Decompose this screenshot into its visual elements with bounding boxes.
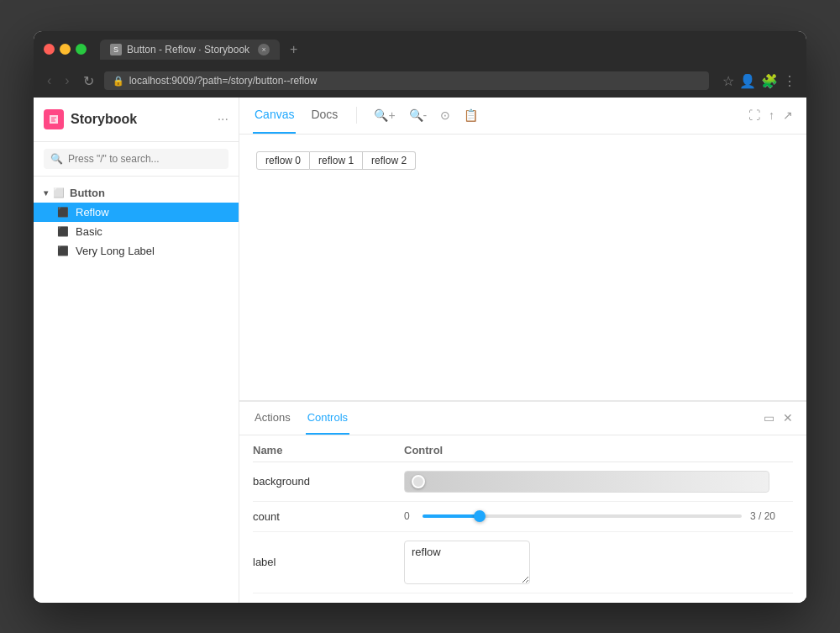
expand-icon: ▾ bbox=[44, 188, 48, 198]
sidebar-menu-button[interactable]: ··· bbox=[218, 112, 228, 127]
bookmark-icon[interactable]: ☆ bbox=[722, 73, 734, 89]
text-control-label[interactable] bbox=[404, 541, 530, 584]
save-icon[interactable]: 📋 bbox=[464, 108, 478, 122]
toolbar-tabs: Canvas Docs 🔍+ 🔍- ⊙ 📋 bbox=[253, 98, 478, 135]
control-row-label: label bbox=[253, 532, 793, 593]
bottom-tabs: Actions Controls bbox=[253, 401, 349, 435]
story-button-reflow-1[interactable]: reflow 1 bbox=[310, 151, 363, 170]
bottom-panel: Actions Controls ▭ ✕ bbox=[239, 401, 806, 603]
bottom-panel-toolbar: Actions Controls ▭ ✕ bbox=[239, 402, 806, 435]
sidebar-header: Storybook ··· bbox=[34, 98, 239, 142]
open-new-icon[interactable]: ↗ bbox=[783, 108, 793, 122]
slider-fill bbox=[423, 514, 480, 518]
zoom-reset-icon[interactable]: ⊙ bbox=[440, 108, 450, 122]
share-icon[interactable]: ↑ bbox=[769, 108, 774, 122]
lock-icon: 🔒 bbox=[113, 76, 124, 87]
canvas-area: reflow 0 reflow 1 reflow 2 bbox=[239, 135, 806, 401]
sidebar-item-button-label: Button bbox=[70, 187, 105, 199]
header-name: Name bbox=[253, 444, 404, 456]
zoom-out-icon[interactable]: 🔍- bbox=[409, 108, 428, 122]
logo-icon bbox=[44, 109, 64, 129]
traffic-light-fullscreen[interactable] bbox=[76, 44, 87, 55]
control-value-label[interactable] bbox=[404, 541, 793, 584]
sidebar-item-basic[interactable]: ⬛ Basic bbox=[34, 222, 239, 241]
traffic-light-close[interactable] bbox=[44, 44, 55, 55]
menu-icon[interactable]: ⋮ bbox=[783, 73, 796, 89]
control-name-background: background bbox=[253, 475, 404, 488]
sidebar-item-very-long-label[interactable]: ⬛ Very Long Label bbox=[34, 241, 239, 261]
address-bar[interactable]: 🔒 localhost:9009/?path=/story/button--re… bbox=[104, 71, 709, 90]
slider-thumb[interactable] bbox=[474, 510, 486, 522]
sidebar-item-basic-label: Basic bbox=[76, 225, 102, 238]
extensions-icon[interactable]: 🧩 bbox=[761, 73, 778, 89]
logo-text: Storybook bbox=[71, 112, 137, 127]
color-picker-background[interactable] bbox=[404, 471, 769, 493]
zoom-in-icon[interactable]: 🔍+ bbox=[374, 108, 395, 122]
tab-title: Button - Reflow · Storybook bbox=[127, 44, 249, 55]
address-text: localhost:9009/?path=/story/button--refl… bbox=[129, 75, 318, 87]
story-button-reflow-2[interactable]: reflow 2 bbox=[363, 151, 416, 170]
slider-min-label: 0 bbox=[404, 510, 414, 522]
traffic-light-minimize[interactable] bbox=[60, 44, 71, 55]
control-value-background[interactable] bbox=[404, 471, 793, 493]
tab-actions[interactable]: Actions bbox=[253, 401, 292, 435]
color-thumb bbox=[412, 475, 425, 488]
slider-max-label: 3 / 20 bbox=[750, 510, 775, 522]
control-value-count: 0 3 / 20 bbox=[404, 510, 793, 522]
story-icon-basic: ⬛ bbox=[57, 226, 69, 237]
sidebar-tree: ▾ ⬜ Button ⬛ Reflow ⬛ Basic bbox=[34, 177, 239, 603]
browser-action-icons: ☆ 👤 🧩 ⋮ bbox=[722, 73, 796, 89]
story-button-reflow-0[interactable]: reflow 0 bbox=[256, 151, 310, 170]
tab-favicon: S bbox=[110, 44, 122, 55]
tab-controls[interactable]: Controls bbox=[306, 401, 349, 435]
main-panel: Canvas Docs 🔍+ 🔍- ⊙ 📋 ⛶ ↑ ↗ bbox=[239, 98, 806, 603]
sidebar-item-very-long-label-text: Very Long Label bbox=[76, 245, 155, 257]
search-icon: 🔍 bbox=[50, 153, 63, 165]
slider-track[interactable] bbox=[423, 514, 742, 518]
divider bbox=[356, 107, 357, 124]
control-row-count: count 0 3 / 20 bbox=[253, 502, 793, 532]
control-name-label: label bbox=[253, 556, 404, 568]
canvas-story: reflow 0 reflow 1 reflow 2 bbox=[239, 135, 806, 401]
profile-icon[interactable]: 👤 bbox=[739, 73, 756, 89]
tab-close-button[interactable]: × bbox=[258, 44, 270, 55]
controls-table: Name Control background bbox=[239, 435, 806, 603]
tab-add-button[interactable]: + bbox=[290, 42, 297, 57]
bottom-panel-icons: ▭ ✕ bbox=[764, 411, 793, 425]
tab-docs[interactable]: Docs bbox=[309, 98, 339, 135]
panel-close-icon[interactable]: ✕ bbox=[783, 411, 793, 425]
sidebar-item-reflow-label: Reflow bbox=[76, 206, 109, 219]
nav-refresh-button[interactable]: ↻ bbox=[80, 71, 97, 91]
nav-back-button[interactable]: ‹ bbox=[44, 71, 55, 90]
sidebar-search[interactable]: 🔍 bbox=[34, 142, 239, 177]
nav-forward-button[interactable]: › bbox=[61, 71, 72, 90]
component-icon: ⬜ bbox=[53, 187, 65, 198]
sidebar-item-button-group[interactable]: ▾ ⬜ Button bbox=[34, 183, 239, 203]
sidebar: Storybook ··· 🔍 ▾ ⬜ Button bbox=[34, 98, 239, 603]
slider-count[interactable]: 0 3 / 20 bbox=[404, 510, 793, 522]
search-input[interactable] bbox=[68, 153, 222, 165]
story-icon-very-long: ⬛ bbox=[57, 245, 69, 256]
control-row-background: background bbox=[253, 462, 793, 502]
browser-tab[interactable]: S Button - Reflow · Storybook × bbox=[100, 40, 280, 60]
control-name-count: count bbox=[253, 510, 404, 523]
toolbar-right-icons: ⛶ ↑ ↗ bbox=[748, 108, 793, 122]
tree-group-button: ▾ ⬜ Button ⬛ Reflow ⬛ Basic bbox=[34, 183, 239, 261]
main-toolbar: Canvas Docs 🔍+ 🔍- ⊙ 📋 ⛶ ↑ ↗ bbox=[239, 98, 806, 135]
sidebar-item-reflow[interactable]: ⬛ Reflow bbox=[34, 203, 239, 222]
header-control: Control bbox=[404, 444, 793, 456]
story-preview: reflow 0 reflow 1 reflow 2 bbox=[256, 151, 790, 170]
story-icon-reflow: ⬛ bbox=[57, 207, 69, 218]
panel-resize-icon[interactable]: ▭ bbox=[764, 411, 774, 425]
controls-table-header: Name Control bbox=[253, 435, 793, 462]
tab-canvas[interactable]: Canvas bbox=[253, 98, 296, 135]
sidebar-logo: Storybook bbox=[44, 109, 137, 129]
expand-icon[interactable]: ⛶ bbox=[748, 108, 760, 122]
